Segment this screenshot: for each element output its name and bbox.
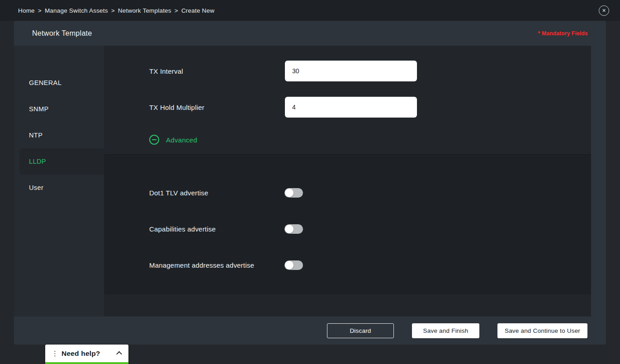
advanced-section-toggle[interactable]: Advanced <box>149 134 591 146</box>
save-and-finish-button[interactable]: Save and Finish <box>412 323 479 338</box>
tx-interval-row: TX Interval <box>149 61 591 81</box>
toggle-knob <box>285 261 293 269</box>
sidebar-item-general[interactable]: GENERAL <box>14 70 104 96</box>
tx-hold-multiplier-input[interactable] <box>285 97 417 118</box>
tx-hold-multiplier-row: TX Hold Multiplier <box>149 97 591 118</box>
capabilities-advertise-label: Capabilities advertise <box>149 225 284 233</box>
management-addresses-advertise-toggle[interactable] <box>284 260 303 270</box>
panel-header: Network Template * Mandatory Fields <box>14 21 606 46</box>
collapse-minus-icon <box>149 135 159 145</box>
toggle-knob <box>285 225 293 233</box>
mandatory-fields-note: * Mandatory Fields <box>538 30 588 37</box>
breadcrumb: Home > Manage Switch Assets > Network Te… <box>18 7 214 14</box>
toggle-knob <box>285 189 293 197</box>
help-underline <box>45 362 128 364</box>
breadcrumb-item-create-new: Create New <box>181 7 214 14</box>
close-icon[interactable]: × <box>599 5 609 16</box>
breadcrumb-item-manage-switch-assets[interactable]: Manage Switch Assets <box>45 7 108 14</box>
advanced-label: Advanced <box>166 136 197 144</box>
tx-interval-label: TX Interval <box>149 67 285 75</box>
sidebar-item-lldp[interactable]: LLDP <box>19 148 104 175</box>
lldp-form-content: TX Interval TX Hold Multiplier Advanced … <box>104 46 591 317</box>
sidebar-item-ntp[interactable]: NTP <box>14 122 104 148</box>
dot1-tlv-advertise-toggle[interactable] <box>284 188 303 198</box>
management-addresses-advertise-row: Management addresses advertise <box>149 259 591 271</box>
drag-handle-dots-icon: ⋮ <box>52 350 58 357</box>
dot1-tlv-advertise-label: Dot1 TLV advertise <box>149 189 284 197</box>
dot1-tlv-advertise-row: Dot1 TLV advertise <box>149 186 591 199</box>
breadcrumb-separator: > <box>175 7 178 14</box>
breadcrumb-separator: > <box>111 7 115 14</box>
capabilities-advertise-toggle[interactable] <box>284 224 303 234</box>
advanced-section: Dot1 TLV advertise Capabilities advertis… <box>104 154 591 294</box>
tx-interval-input[interactable] <box>285 61 417 81</box>
sidebar-item-snmp[interactable]: SNMP <box>14 96 104 122</box>
breadcrumb-separator: > <box>38 7 42 14</box>
topbar: Home > Manage Switch Assets > Network Te… <box>0 0 620 21</box>
breadcrumb-item-network-templates[interactable]: Network Templates <box>118 7 171 14</box>
panel-body: GENERAL SNMP NTP LLDP User TX Interval T… <box>14 46 606 317</box>
discard-button[interactable]: Discard <box>327 323 394 338</box>
chevron-up-icon <box>116 351 122 357</box>
need-help-label: Need help? <box>62 350 100 358</box>
save-and-continue-to-user-button[interactable]: Save and Continue to User <box>497 323 587 338</box>
panel-footer: Discard Save and Finish Save and Continu… <box>14 317 606 345</box>
sidebar: GENERAL SNMP NTP LLDP User <box>14 46 104 317</box>
page-title: Network Template <box>32 29 92 38</box>
capabilities-advertise-row: Capabilities advertise <box>149 222 591 235</box>
network-template-panel: Network Template * Mandatory Fields GENE… <box>14 21 606 345</box>
sidebar-item-user[interactable]: User <box>14 175 104 201</box>
need-help-widget[interactable]: ⋮ Need help? <box>45 345 128 364</box>
management-addresses-advertise-label: Management addresses advertise <box>149 261 284 269</box>
breadcrumb-item-home[interactable]: Home <box>18 7 35 14</box>
tx-hold-multiplier-label: TX Hold Multiplier <box>149 104 285 111</box>
